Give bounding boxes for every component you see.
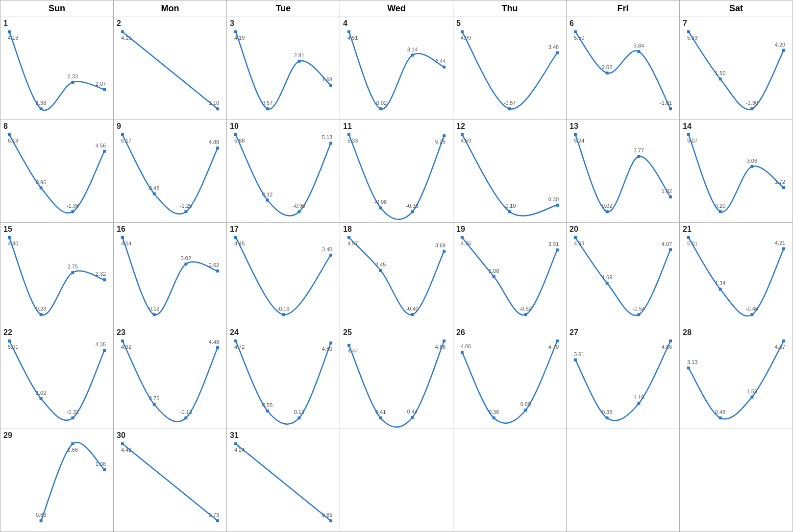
day-cell-6: 65.502.023.84-1.01 xyxy=(567,17,680,120)
svg-text:3.40: 3.40 xyxy=(322,246,332,252)
svg-rect-32 xyxy=(556,51,559,54)
svg-text:2.45: 2.45 xyxy=(375,262,386,267)
week-row-3: 154.800.282.752.32164.540.123.022.62174.… xyxy=(0,223,793,326)
svg-text:-0.36: -0.36 xyxy=(406,203,419,209)
svg-rect-156 xyxy=(782,247,785,250)
day-number-8: 8 xyxy=(3,122,8,131)
svg-text:1.50: 1.50 xyxy=(715,70,725,76)
empty-day-cell xyxy=(567,429,680,532)
svg-text:4.24: 4.24 xyxy=(234,447,245,453)
svg-rect-104 xyxy=(8,236,11,239)
day-cell-1: 14.131.382.332.07 xyxy=(0,17,114,120)
svg-text:0.30: 0.30 xyxy=(548,196,559,202)
svg-text:4.60: 4.60 xyxy=(322,346,332,352)
svg-rect-92 xyxy=(637,155,640,158)
svg-text:4.57: 4.57 xyxy=(347,241,358,246)
svg-text:1.19: 1.19 xyxy=(634,394,644,400)
svg-text:1.72: 1.72 xyxy=(775,179,785,185)
day-cell-10: 105.880.12-0.905.13 xyxy=(227,120,340,222)
svg-rect-26 xyxy=(443,66,446,69)
svg-text:1.34: 1.34 xyxy=(715,281,725,287)
svg-text:5.88: 5.88 xyxy=(234,138,245,144)
day-chart: 4.420.73 xyxy=(114,429,226,532)
svg-rect-138 xyxy=(524,314,527,316)
svg-rect-190 xyxy=(461,351,464,354)
svg-text:5.33: 5.33 xyxy=(347,138,358,144)
svg-rect-224 xyxy=(234,442,237,445)
svg-rect-100 xyxy=(750,165,753,168)
day-chart: 4.101.10 xyxy=(114,17,226,120)
empty-day-cell xyxy=(340,429,453,532)
day-number-16: 16 xyxy=(117,225,125,234)
day-cell-3: 34.190.572.811.68 xyxy=(227,17,340,120)
day-cell-17: 174.45-0.163.40 xyxy=(227,223,340,325)
svg-rect-18 xyxy=(329,84,332,87)
svg-rect-206 xyxy=(687,366,690,369)
day-cell-18: 184.572.45-0.403.69 xyxy=(340,223,453,325)
svg-rect-40 xyxy=(669,107,672,110)
svg-rect-16 xyxy=(297,60,300,63)
day-chart: 5.011.02-0.324.35 xyxy=(0,326,113,429)
header-wed: Wed xyxy=(340,0,453,17)
svg-rect-60 xyxy=(153,193,156,195)
svg-text:4.45: 4.45 xyxy=(234,241,245,246)
day-chart: 4.720.550.134.60 xyxy=(227,326,340,429)
day-number-20: 20 xyxy=(570,225,578,234)
svg-rect-162 xyxy=(71,416,74,419)
svg-rect-120 xyxy=(234,236,237,239)
svg-rect-170 xyxy=(184,416,187,419)
day-chart: 5.070.203.061.72 xyxy=(680,120,793,222)
day-number-3: 3 xyxy=(230,19,234,28)
svg-rect-128 xyxy=(379,269,382,272)
svg-rect-12 xyxy=(234,30,237,33)
svg-rect-30 xyxy=(508,107,511,110)
svg-text:0.48: 0.48 xyxy=(149,185,159,191)
svg-text:-1.30: -1.30 xyxy=(746,100,758,106)
svg-text:0.63: 0.63 xyxy=(36,512,46,518)
svg-rect-212 xyxy=(782,339,785,342)
svg-rect-166 xyxy=(121,339,124,342)
day-chart: 4.240.65 xyxy=(227,429,340,532)
svg-text:3.02: 3.02 xyxy=(181,255,191,261)
day-chart: 6.170.48-1.254.88 xyxy=(114,120,226,222)
day-number-22: 22 xyxy=(3,328,12,337)
header-mon: Mon xyxy=(114,0,227,17)
day-number-1: 1 xyxy=(3,19,8,28)
week-row-1: 14.131.382.332.0724.101.1034.190.572.811… xyxy=(0,17,793,120)
svg-text:0.44: 0.44 xyxy=(407,409,418,414)
svg-text:6.17: 6.17 xyxy=(121,138,131,144)
day-cell-7: 75.931.50-1.304.20 xyxy=(680,17,793,120)
svg-text:4.88: 4.88 xyxy=(209,140,219,145)
svg-rect-136 xyxy=(493,275,496,278)
svg-text:4.68: 4.68 xyxy=(435,344,446,350)
svg-text:1.02: 1.02 xyxy=(36,389,46,395)
svg-text:4.72: 4.72 xyxy=(234,344,245,350)
svg-text:-1.01: -1.01 xyxy=(660,100,672,106)
svg-text:0.20: 0.20 xyxy=(715,203,725,209)
day-cell-8: 86.180.96-1.384.56 xyxy=(0,120,114,222)
day-number-4: 4 xyxy=(343,19,347,28)
day-cell-13: 135.240.023.771.02 xyxy=(567,120,680,222)
svg-text:4.93: 4.93 xyxy=(574,241,584,246)
svg-text:-0.90: -0.90 xyxy=(293,203,305,209)
svg-text:-0.16: -0.16 xyxy=(277,306,290,312)
svg-rect-74 xyxy=(347,133,350,136)
svg-rect-34 xyxy=(574,30,577,33)
svg-rect-116 xyxy=(184,263,187,266)
svg-rect-174 xyxy=(234,339,237,342)
svg-rect-214 xyxy=(40,519,43,522)
day-cell-20: 204.931.69-0.544.07 xyxy=(567,223,680,325)
svg-rect-2 xyxy=(40,107,43,110)
svg-text:2.08: 2.08 xyxy=(489,268,499,274)
svg-rect-144 xyxy=(606,282,609,285)
svg-rect-36 xyxy=(606,72,609,74)
day-cell-23: 234.920.76-0.134.48 xyxy=(114,326,227,429)
svg-text:0.65: 0.65 xyxy=(322,512,332,518)
svg-rect-114 xyxy=(153,314,156,316)
svg-rect-118 xyxy=(216,270,219,273)
svg-text:3.14: 3.14 xyxy=(407,47,418,52)
svg-rect-52 xyxy=(40,187,43,190)
day-chart: 4.931.69-0.544.07 xyxy=(567,223,679,325)
day-cell-31: 314.240.65 xyxy=(227,429,340,532)
svg-rect-180 xyxy=(329,341,332,344)
